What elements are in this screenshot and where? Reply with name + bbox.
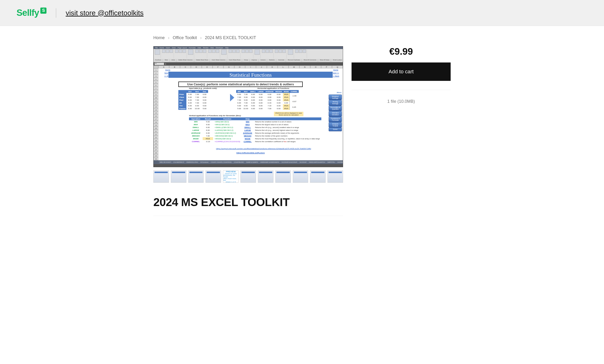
h-cell: #N/A — [283, 96, 290, 98]
sheet-tab[interactable]: SUMIF & SUMIFS — [245, 161, 259, 163]
row-header: 14 — [154, 108, 158, 111]
product-thumbnail[interactable] — [310, 170, 326, 183]
h-col-header: SMALL — [249, 90, 257, 93]
product-thumbnail[interactable] — [153, 170, 169, 183]
product-thumbnail[interactable] — [205, 170, 221, 183]
breadcrumb-home[interactable]: Home — [153, 35, 165, 40]
quick-toolbar-item: Remove Duplicates — [288, 59, 302, 62]
breadcrumb-sep: › — [168, 35, 169, 40]
h-cell: 8.00 — [249, 96, 257, 98]
sheet-tab[interactable]: IF & NESTED IF — [173, 161, 185, 163]
breadcrumb-category[interactable]: Office Toolkit — [173, 35, 197, 40]
row-header: 20 — [154, 127, 158, 130]
na-note-2: Mode cannot be calculated — [279, 114, 299, 116]
more-side-button[interactable]: Solver — [329, 128, 342, 131]
product-thumbnail[interactable] — [327, 170, 343, 183]
h-cell: 6.00 — [257, 101, 265, 104]
sheet-tab[interactable]: SUBTOTAL — [326, 161, 336, 163]
v-op: MAX — [189, 123, 203, 126]
v-help-link[interactable]: MAX — [242, 123, 254, 126]
ribbon-icon — [242, 49, 245, 53]
v-desc: Returns the most frequently occurring, o… — [254, 137, 321, 140]
ribbon-icon — [170, 49, 173, 53]
add-to-cart-button[interactable]: Add to cart — [352, 62, 451, 81]
more-side-button[interactable]: Weighted Average — [329, 95, 342, 100]
row-header: 8 — [154, 90, 158, 93]
excel-quick-toolbar: AutoSaveSaveUndoDelete Sheet ColumnsDele… — [154, 59, 343, 62]
v-op: AVERAGE — [189, 132, 203, 134]
ms-doc-link[interactable]: https://support.microsoft.com/en-us/offi… — [198, 147, 329, 150]
row-header: 16 — [154, 114, 158, 117]
row-header: 6 — [154, 84, 158, 87]
row-header: 21 — [154, 130, 158, 133]
input-row-name: Paul — [178, 98, 186, 101]
nav-home-r[interactable]: Home — [329, 68, 343, 72]
excel-ribbon — [154, 49, 343, 59]
product-thumbnail[interactable] — [171, 170, 186, 183]
sheet-rows: 1234567891011121314151617181920212223242… — [154, 68, 343, 160]
v-help-link[interactable]: CORREL — [242, 140, 254, 143]
more-side-button[interactable]: Functions & Formulas — [329, 117, 342, 122]
sheet-tab[interactable]: IS Functions — [199, 161, 210, 163]
sheet-tab[interactable]: AGGREGATE — [336, 161, 343, 163]
sheet-tab[interactable]: COUNT, COUNTA, COUNTIF(S) — [210, 161, 233, 163]
ribbon-icon — [262, 49, 265, 53]
v-col-header — [254, 117, 321, 120]
h-cell: 8.00 — [274, 96, 283, 98]
ribbon-group — [221, 49, 227, 59]
h-cell: 7.00 — [264, 107, 274, 110]
v-help-link[interactable]: MODE — [242, 137, 254, 140]
sheet-tab[interactable]: XLOOKUP — [299, 161, 308, 163]
sheet-tab[interactable]: COUNTBLANK — [233, 161, 245, 163]
v-op: MODE — [189, 137, 203, 140]
row-header: 25 — [154, 142, 158, 145]
col-header: K — [267, 66, 278, 68]
v-col-header: Help — [242, 117, 254, 120]
v-help-link[interactable]: AVERAGE — [242, 132, 254, 134]
product-thumbnail[interactable]: PREVIEW(based on someWorksheets, the Too… — [223, 170, 239, 183]
row-header: 2 — [154, 72, 158, 74]
visit-store-link[interactable]: visit store @officetoolkits — [66, 9, 143, 17]
v-help-link[interactable]: MIN — [242, 120, 254, 123]
product-thumbnail[interactable] — [275, 170, 291, 183]
sheet-tab[interactable]: IFERROR & IFNA — [186, 161, 199, 163]
v-formula: =SMALL(C$8:C$13,2) — [213, 126, 242, 129]
nav-home[interactable]: Home — [158, 68, 177, 72]
v-col-header: Result — [203, 117, 213, 120]
product-thumbnail[interactable] — [188, 170, 204, 183]
store-link[interactable]: https://officetoolkits.sellfy.store — [158, 152, 343, 154]
logo[interactable]: Sellfy S — [16, 8, 47, 18]
h-cell: 5.00 — [236, 93, 242, 96]
v-op: MIN — [189, 120, 203, 123]
h-col-header: MIN — [236, 90, 242, 93]
h-cell: 8.00 — [274, 98, 283, 101]
quick-toolbar-item: Camera — [261, 59, 267, 62]
h-cell: 6.00 — [249, 107, 257, 110]
v-help-link[interactable]: SMALL — [242, 126, 254, 129]
quick-toolbar-item: Automate — [278, 59, 286, 62]
col-header: N — [299, 66, 310, 68]
row-header: 1 — [154, 68, 158, 72]
sheet-tab[interactable]: VLOOKUP & HLOOKUP — [280, 161, 298, 163]
sheet-tab[interactable]: MID, OR, IS NOT — [159, 161, 172, 163]
breadcrumb-sep: › — [200, 35, 201, 40]
ribbon-group — [208, 49, 220, 59]
more-side-button[interactable]: Analysis Toolpak — [329, 122, 342, 128]
sheet-tab[interactable]: AVERAGEIF & AVERAGEIFS — [259, 161, 280, 163]
row-header: 24 — [154, 139, 158, 142]
v-help-link[interactable]: LARGE — [242, 129, 254, 132]
more-side-button[interactable]: Moving Average — [329, 100, 342, 105]
product-thumbnail[interactable] — [240, 170, 256, 183]
product-thumbnail[interactable] — [293, 170, 308, 183]
v-help-link[interactable]: MEDIAN — [242, 134, 254, 137]
ribbon-icon — [266, 49, 269, 53]
v-result: 8.00 — [203, 129, 213, 132]
more-side-button[interactable]: Percentiles & Quartiles — [329, 106, 342, 111]
sheet-tab[interactable]: INDEX+MATCH+MATCH — [308, 161, 326, 163]
ribbon-icon — [288, 49, 293, 55]
product-image-main[interactable]: FileHomeInsertDrawPage LayoutFormulasDat… — [153, 46, 343, 167]
h-cell: 7.00 — [236, 96, 242, 98]
more-side-button[interactable]: Standard Deviation — [329, 111, 342, 116]
product-thumbnail[interactable] — [258, 170, 274, 183]
sheet-tab-bar: MID, OR, IS NOTIF & NESTED IFIFERROR & I… — [154, 160, 343, 164]
